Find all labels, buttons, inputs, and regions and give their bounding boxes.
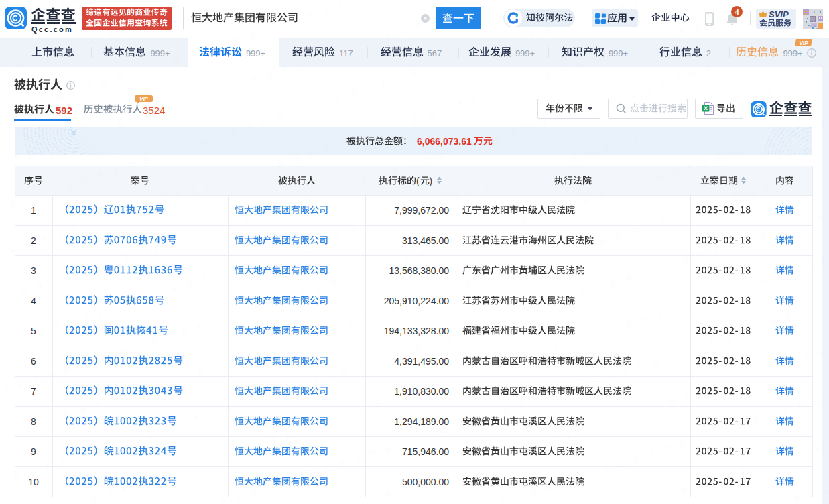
svg-text:VIP: VIP <box>799 40 808 46</box>
svg-text:VIP: VIP <box>139 96 149 102</box>
